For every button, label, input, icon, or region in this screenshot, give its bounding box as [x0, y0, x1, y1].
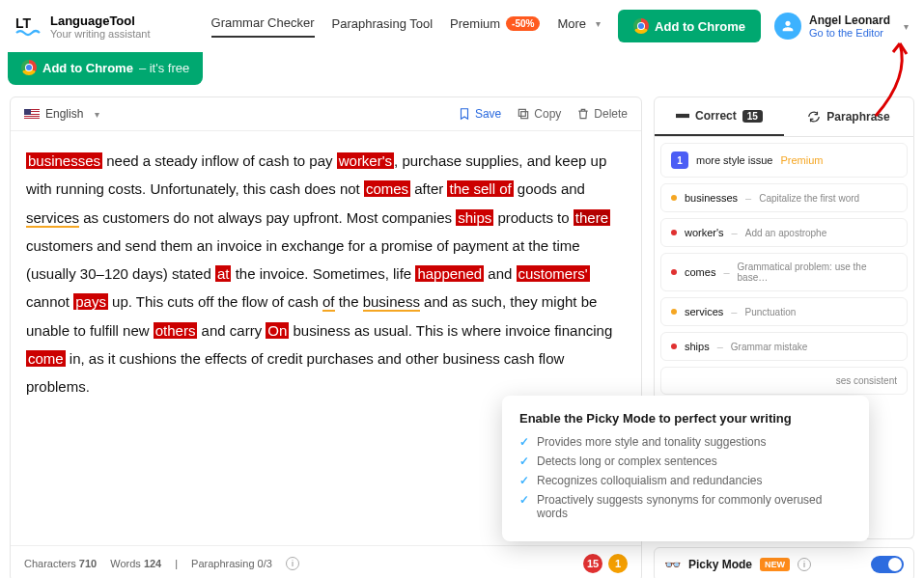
logo[interactable]: LT LanguageTool Your writing assistant: [15, 14, 151, 40]
highlighted-word[interactable]: others: [154, 322, 198, 339]
more-issues-card[interactable]: 1 more style issue Premium: [660, 143, 908, 178]
suggestion-item[interactable]: ses consistent: [660, 367, 908, 395]
info-icon[interactable]: i: [798, 558, 811, 571]
text-segment[interactable]: products to: [493, 209, 574, 226]
user-name: Angel Leonard: [809, 14, 890, 27]
flag-icon: [24, 109, 40, 120]
text-segment[interactable]: after: [410, 180, 447, 197]
suggestion-word: ships: [685, 341, 710, 352]
highlighted-word[interactable]: happened: [415, 265, 484, 282]
highlighted-word[interactable]: come: [26, 350, 66, 367]
suggestion-word: services: [685, 306, 723, 317]
suggestion-item[interactable]: businesses–Capitalize the first word: [660, 183, 908, 212]
suggestion-desc: Grammar mistake: [731, 342, 807, 352]
suggestion-desc: Grammatical problem: use the base…: [738, 261, 897, 283]
highlighted-word[interactable]: there: [574, 209, 610, 226]
highlighted-word[interactable]: On: [266, 322, 289, 339]
text-segment[interactable]: need a steady inflow of cash to pay: [102, 152, 337, 169]
text-segment[interactable]: goods and: [514, 180, 585, 197]
suggestion-item[interactable]: worker's–Add an apostrophe: [660, 218, 908, 247]
tab-paraphrase[interactable]: Paraphrase: [784, 97, 913, 136]
premium-label: Premium: [780, 154, 823, 166]
text-segment[interactable]: and carry: [197, 322, 266, 339]
picky-label: Picky Mode: [688, 558, 752, 571]
paraphrase-icon: [807, 110, 821, 124]
suggestion-item[interactable]: ships–Grammar mistake: [660, 332, 908, 361]
suggestion-item[interactable]: services–Punctuation: [660, 297, 908, 326]
highlighted-word[interactable]: pays: [73, 293, 108, 310]
svg-rect-3: [676, 114, 689, 118]
svg-text:LT: LT: [15, 15, 32, 31]
bookmark-icon: [458, 107, 471, 121]
nav-premium[interactable]: Premium -50%: [450, 16, 540, 37]
suggestion-item[interactable]: comes–Grammatical problem: use the base…: [660, 253, 908, 291]
warning-count-badge[interactable]: 1: [608, 554, 628, 573]
correct-icon: [676, 111, 689, 121]
info-icon[interactable]: i: [286, 557, 299, 570]
text-segment[interactable]: as customers do not always pay upfront. …: [79, 209, 456, 226]
delete-button[interactable]: Delete: [576, 107, 628, 121]
new-badge: NEW: [760, 558, 790, 571]
severity-dot: [671, 230, 677, 235]
copy-button[interactable]: Copy: [517, 107, 561, 121]
tab-correct[interactable]: Correct 15: [655, 97, 784, 136]
go-to-editor-link[interactable]: Go to the Editor: [809, 27, 890, 39]
svg-rect-1: [521, 112, 528, 119]
language-selector[interactable]: English ▾: [24, 107, 99, 121]
picky-toggle[interactable]: [871, 556, 904, 573]
text-segment[interactable]: cannot: [26, 293, 73, 310]
highlighted-word[interactable]: at: [215, 265, 232, 282]
text-segment[interactable]: the: [335, 293, 363, 310]
suggestion-word: comes: [685, 266, 715, 278]
add-to-chrome-banner[interactable]: Add to Chrome – it's free: [8, 52, 203, 85]
glasses-icon: 👓: [664, 557, 681, 572]
save-button[interactable]: Save: [458, 107, 501, 121]
nav-premium-label: Premium: [450, 16, 500, 31]
tooltip-item: ✓Provides more style and tonality sugges…: [519, 435, 852, 449]
correct-count: 15: [742, 110, 763, 123]
highlighted-word[interactable]: customers': [517, 265, 590, 282]
check-icon: ✓: [519, 493, 529, 507]
banner-label: Add to Chrome: [42, 61, 133, 75]
highlighted-word[interactable]: comes: [364, 180, 410, 197]
check-icon: ✓: [519, 435, 529, 449]
highlighted-word[interactable]: the sell of: [447, 180, 513, 197]
severity-dot: [671, 195, 677, 201]
highlighted-word[interactable]: ships: [456, 209, 493, 226]
text-segment[interactable]: in, as it cushions the effects of credit…: [26, 350, 564, 395]
suggestion-desc: Add an apostrophe: [745, 228, 827, 238]
severity-dot: [671, 344, 677, 349]
chevron-down-icon: ▾: [904, 21, 909, 32]
tooltip-item: ✓Detects long or complex sentences: [519, 454, 852, 468]
picky-tooltip: Enable the Picky Mode to perfect your wr…: [502, 396, 869, 541]
chevron-down-icon: ▾: [596, 18, 601, 29]
highlighted-word[interactable]: businesses: [26, 152, 102, 169]
copy-icon: [517, 107, 530, 121]
nav-paraphrase[interactable]: Paraphrasing Tool: [332, 16, 434, 37]
avatar: [774, 13, 801, 40]
text-segment[interactable]: business as usual. This is where invoice…: [289, 322, 612, 339]
suggestion-word: worker's: [685, 227, 724, 238]
nav-grammar[interactable]: Grammar Checker: [211, 15, 315, 38]
highlighted-word[interactable]: business: [363, 293, 420, 312]
highlighted-word[interactable]: of: [322, 293, 335, 312]
chrome-icon: [633, 18, 649, 34]
nav-more[interactable]: More ▾: [557, 16, 601, 37]
sale-badge: -50%: [506, 16, 540, 31]
brand-tagline: Your writing assistant: [50, 28, 151, 40]
word-count: Words 124: [110, 558, 161, 569]
highlighted-word[interactable]: services: [26, 209, 79, 228]
text-segment[interactable]: and: [484, 265, 516, 282]
suggestion-word: businesses: [685, 192, 738, 204]
check-icon: ✓: [519, 474, 529, 487]
text-segment[interactable]: up. This cuts off the flow of cash: [108, 293, 322, 310]
text-segment[interactable]: the invoice. Sometimes, life: [231, 265, 415, 282]
user-menu[interactable]: Angel Leonard Go to the Editor ▾: [774, 13, 909, 40]
tooltip-title: Enable the Picky Mode to perfect your wr…: [519, 411, 852, 426]
add-to-chrome-label: Add to Chrome: [655, 19, 745, 34]
tooltip-item: ✓Proactively suggests synonyms for commo…: [519, 493, 852, 520]
nav-more-label: More: [557, 16, 586, 31]
error-count-badge[interactable]: 15: [583, 554, 602, 573]
add-to-chrome-button[interactable]: Add to Chrome: [618, 10, 761, 42]
highlighted-word[interactable]: worker's: [337, 152, 394, 169]
